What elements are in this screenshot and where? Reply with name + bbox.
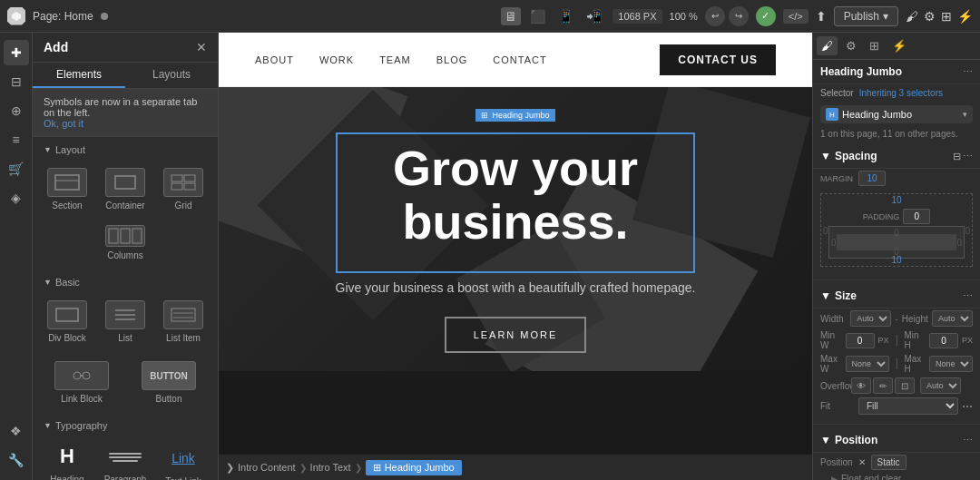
nav-about[interactable]: ABOUT (255, 54, 294, 65)
spacing-arrow: ▼ Spacing (820, 150, 877, 162)
link-block-item[interactable]: Link Block (40, 356, 123, 409)
nav-contact[interactable]: CONTACT (493, 54, 546, 65)
minw-input[interactable] (846, 333, 875, 348)
style-tab[interactable]: 🖌 (817, 36, 838, 55)
typo-label: Typography (55, 420, 107, 431)
undo-redo: ↩ ↪ (705, 6, 749, 26)
spacing-options-1[interactable]: ⊟ (953, 151, 961, 162)
navigator-button[interactable]: ⊟ (4, 69, 29, 94)
breadcrumb-intro-content[interactable]: ❯ Intro Content (226, 462, 296, 474)
desktop-icon[interactable]: 🖥 (501, 7, 521, 25)
mobile-icon[interactable]: 📱 (554, 7, 577, 25)
ecommerce-button[interactable]: 🛒 (4, 156, 29, 181)
div-block-item[interactable]: Div Block (40, 295, 94, 348)
width-select[interactable]: Auto (850, 310, 891, 327)
nav-team[interactable]: TEAM (379, 54, 411, 65)
list-item-item[interactable]: List Item (156, 295, 211, 348)
phone-icon[interactable]: 📲 (583, 7, 605, 25)
components-icon[interactable]: ⊞ (941, 9, 952, 24)
validate-button[interactable]: ✓ (756, 6, 776, 26)
button-item[interactable]: BUTTON Button (127, 356, 211, 409)
brush-icon[interactable]: 🖌 (906, 9, 918, 24)
undo-button[interactable]: ↩ (705, 6, 725, 26)
tablet-icon[interactable]: ⬛ (526, 7, 549, 25)
app-logo (7, 7, 25, 25)
svg-rect-3 (115, 176, 135, 189)
code-button[interactable]: 🔧 (4, 447, 29, 473)
size-options[interactable]: ⋯ (963, 290, 973, 302)
overflow-auto-select[interactable]: Auto (920, 377, 961, 394)
svg-point-19 (83, 372, 90, 379)
position-title-text: Position (835, 434, 877, 446)
publish-button[interactable]: Publish ▾ (834, 6, 898, 26)
breadcrumb-heading-jumbo[interactable]: ⊞ Heading Jumbo (366, 460, 462, 475)
nav-work[interactable]: WORK (319, 54, 354, 65)
notice-link[interactable]: Ok, got it (44, 118, 83, 129)
selector-dropdown-text: Heading Jumbo (842, 109, 959, 120)
text-link-typo-label: Text Link (165, 476, 201, 480)
padding-input[interactable] (903, 209, 930, 224)
float-label: Float and clear (841, 474, 901, 480)
overflow-scroll-btn[interactable]: ⊡ (895, 377, 915, 394)
spacing-visual: 10 0 0 PADDING 0 0 0 0 10 (820, 193, 973, 267)
code-editor-button[interactable]: </> (783, 9, 808, 24)
hero-cta-button[interactable]: LEARN MORE (445, 317, 587, 353)
margin-top-input[interactable] (858, 171, 886, 186)
overflow-visible-btn[interactable]: 👁 (851, 377, 871, 394)
right-toolbar-icons: 🖌 ⚙ ⊞ ⚡ (906, 9, 973, 24)
float-row: ▶ Float and clear (813, 472, 980, 480)
size-section-header: ▼ Size ⋯ (813, 284, 980, 309)
maxh-select[interactable]: None (929, 356, 973, 372)
heading-selection-box[interactable]: Grow your business. (336, 132, 696, 273)
selector-value[interactable]: Inheriting 3 selectors (859, 88, 943, 98)
panel-close-button[interactable]: ✕ (196, 40, 207, 54)
container-item[interactable]: Container (98, 162, 152, 216)
paragraph-typo-item[interactable]: Paragraph (98, 438, 152, 480)
share-button[interactable]: ⬆ (816, 9, 827, 24)
bolt-icon[interactable]: ⚡ (957, 9, 973, 24)
fit-more-btn[interactable]: ⋯ (962, 400, 973, 413)
fit-select[interactable]: Fill (858, 397, 958, 415)
spacing-options-2[interactable]: ⋯ (963, 151, 973, 162)
settings-tab[interactable]: ⚙ (841, 36, 861, 55)
position-options[interactable]: ⋯ (963, 435, 973, 446)
nav-blog[interactable]: BLOG (436, 54, 468, 65)
position-static-value[interactable]: Static (871, 455, 906, 470)
position-row: Position ✕ Static (813, 453, 980, 472)
add-panel-button[interactable]: ✚ (4, 40, 29, 65)
basic-section-title: ▼ Basic (33, 269, 218, 291)
text-link-typo-item[interactable]: Link Text Link (156, 438, 211, 480)
height-select[interactable]: Auto (932, 310, 973, 327)
cms-button[interactable]: ≡ (4, 127, 29, 152)
float-triangle: ▶ (831, 475, 838, 481)
search-button[interactable]: ⊕ (4, 98, 29, 123)
interactions-tab[interactable]: ⊞ (865, 36, 884, 55)
breadcrumb-intro-text[interactable]: Intro Text (310, 462, 351, 473)
symbols-button[interactable]: ❖ (4, 418, 29, 444)
breadcrumb-arrow-2: ❯ (355, 463, 362, 473)
tab-elements[interactable]: Elements (33, 63, 125, 88)
nav-cta-button[interactable]: CONTACT US (660, 44, 776, 75)
list-item[interactable]: List (98, 295, 152, 348)
heading-jumbo-options[interactable]: ⋯ (963, 66, 973, 78)
selector-info: 1 on this page, 11 on other pages. (813, 127, 980, 144)
list-item-icon (163, 300, 203, 329)
tab-layouts[interactable]: Layouts (125, 63, 218, 88)
layout-grid: Section Container Grid (33, 159, 218, 220)
section-item[interactable]: Section (40, 162, 94, 216)
selector-dropdown[interactable]: H Heading Jumbo ▾ (820, 105, 973, 123)
svg-rect-9 (121, 229, 130, 243)
custom-code-tab[interactable]: ⚡ (887, 36, 911, 55)
columns-item[interactable]: Columns (95, 220, 155, 266)
margin-top-val: 10 (891, 195, 901, 205)
assets-button[interactable]: ◈ (4, 185, 29, 211)
settings-icon[interactable]: ⚙ (924, 9, 936, 24)
heading-typo-item[interactable]: H Heading (40, 438, 94, 480)
minh-input[interactable] (929, 333, 958, 348)
overflow-edit-btn[interactable]: ✏ (873, 377, 893, 394)
maxw-select[interactable]: None (846, 356, 889, 372)
grid-item[interactable]: Grid (156, 162, 211, 216)
svg-rect-5 (184, 175, 195, 181)
hero-subtext: Give your business a boost with a beauti… (336, 280, 696, 295)
redo-button[interactable]: ↪ (729, 6, 749, 26)
